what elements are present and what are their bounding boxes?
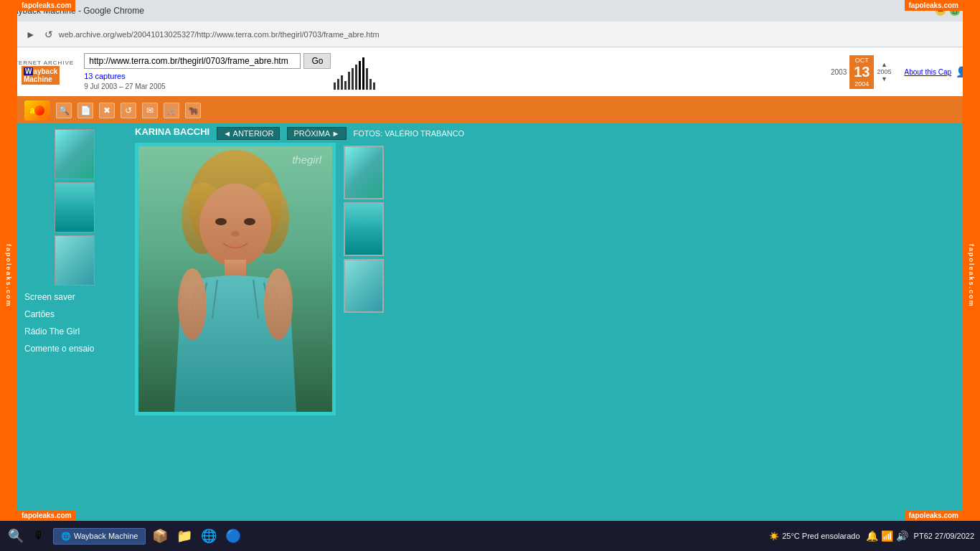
toolbar-icon-2[interactable]: 📄 — [77, 103, 93, 118]
thumb-photo-1[interactable] — [344, 146, 384, 199]
sidebar-item-comente[interactable]: Comente o ensaio — [17, 340, 132, 357]
svg-rect-7 — [359, 61, 361, 90]
left-ad-text: fapoleaks.com — [5, 244, 12, 308]
main-photo-frame: thegirl — [135, 143, 336, 415]
tray-icon-3[interactable]: 🔊 — [896, 530, 908, 542]
calendar-area — [334, 50, 828, 93]
photo-header-row: KARINA BACCHI ◄ ANTERIOR PRÓXIMA ► FOTOS… — [135, 126, 960, 140]
orange-toolbar: a 🔍 📄 ✖ ↺ ✉ 🛒 🐂 — [17, 98, 963, 123]
taskbar-icon-1[interactable]: 📦 — [150, 526, 170, 546]
year-navigation: 2003 OCT 13 2004 ▲ 2005 ▼ — [828, 50, 895, 93]
wayback-banner: INTERNET ARCHIVE WaybackMachine Go 13 ca… — [0, 47, 980, 98]
captures-row: 13 captures — [84, 71, 331, 81]
tray-icon-1[interactable]: 🔔 — [866, 530, 878, 542]
taskbar: 🔍 🎙 🌐 Wayback Machine 📦 📁 🌐 🔵 ☀️ 25°C Pr… — [0, 521, 980, 551]
right-side-ad[interactable]: fapoleaks.com — [963, 0, 980, 551]
toolbar-icon-3[interactable]: ✖ — [99, 103, 115, 118]
taskbar-icon-3[interactable]: 🌐 — [199, 526, 219, 546]
active-window-label: Wayback Machine — [74, 532, 138, 540]
svg-rect-3 — [344, 81, 347, 90]
clock-display: PT62 27/09/2022 — [914, 532, 974, 540]
url-display: web.archive.org/web/20041013025327/http:… — [59, 30, 380, 39]
sidebar-thumb-2[interactable] — [55, 182, 95, 232]
sidebar-item-cartoes[interactable]: Cartões — [17, 306, 132, 323]
svg-rect-6 — [355, 65, 357, 90]
right-ad-text: fapoleaks.com — [968, 244, 975, 308]
svg-rect-10 — [369, 79, 372, 90]
site-logo: a — [24, 100, 50, 121]
corner-ad-bottom-left[interactable]: fapoleaks.com — [17, 510, 75, 521]
start-search-icon[interactable]: 🔍 — [6, 526, 26, 546]
thumb-photo-2[interactable] — [344, 202, 384, 256]
current-date-display: OCT 13 2004 — [849, 55, 874, 89]
year-2005-col: ▲ 2005 ▼ — [874, 60, 894, 84]
wayback-url-section: Go 13 captures 9 Jul 2003 – 27 Mar 2005 — [81, 50, 334, 93]
corner-ad-top-right[interactable]: fapoleaks.com — [905, 0, 963, 11]
sidebar-item-radio[interactable]: Rádio The Girl — [17, 323, 132, 340]
svg-point-17 — [215, 218, 227, 225]
svg-rect-11 — [373, 83, 375, 90]
svg-rect-9 — [366, 68, 368, 90]
logo-icon — [34, 105, 44, 116]
taskbar-icon-4[interactable]: 🔵 — [223, 526, 243, 546]
model-photo-svg — [138, 146, 332, 412]
calendar-chart — [334, 54, 621, 90]
svg-rect-0 — [334, 83, 336, 90]
tray-icon-2[interactable]: 📶 — [881, 530, 893, 542]
sidebar-thumb-3[interactable] — [55, 235, 95, 286]
toolbar-icon-4[interactable]: ↺ — [121, 103, 136, 118]
sidebar-thumb-1[interactable] — [55, 129, 95, 179]
reload-button[interactable]: ↺ — [42, 26, 56, 43]
main-content-area: KARINA BACCHI ◄ ANTERIOR PRÓXIMA ► FOTOS… — [132, 123, 963, 529]
wayback-url-input[interactable] — [84, 53, 301, 69]
title-bar: Wayback Machine - Google Chrome ─ □ ✕ — [0, 0, 980, 22]
start-area: 🔍 🎙 — [6, 526, 49, 546]
svg-rect-1 — [337, 79, 339, 90]
thumb-photo-3[interactable] — [344, 259, 384, 313]
toolbar-icon-7[interactable]: 🐂 — [185, 103, 201, 118]
taskbar-right: ☀️ 25°C Pred ensolarado 🔔 📶 🔊 PT62 27/09… — [769, 530, 974, 542]
year-2003: 2003 — [828, 67, 849, 77]
go-button[interactable]: Go — [303, 53, 331, 69]
left-side-ad[interactable]: fapoleaks.com — [0, 0, 17, 551]
year-2005-label: 2005 — [877, 68, 891, 75]
sidebar-item-screen-saver[interactable]: Screen saver — [17, 288, 132, 306]
next-photo-button[interactable]: PRÓXIMA ► — [287, 127, 346, 140]
toolbar-icon-5[interactable]: ✉ — [142, 103, 158, 118]
toolbar-icon-6[interactable]: 🛒 — [164, 103, 179, 118]
nav-bar: ◄ ► ↺ web.archive.org/web/20041013025327… — [0, 22, 980, 47]
svg-point-16 — [199, 184, 271, 267]
prev-photo-button[interactable]: ◄ ANTERIOR — [217, 127, 280, 140]
year-2005-nav-arrow-down: ▼ — [881, 75, 887, 83]
current-day: 13 — [854, 64, 870, 80]
taskbar-cortana-icon[interactable]: 🎙 — [29, 526, 49, 546]
active-window-icon: 🌐 — [61, 532, 71, 541]
photo-watermark: thegirl — [292, 154, 321, 166]
model-name: KARINA BACCHI — [135, 126, 209, 137]
svg-point-19 — [231, 231, 240, 237]
year-2004-label: 2004 — [854, 80, 869, 88]
main-layout: Screen saver Cartões Rádio The Girl Come… — [17, 123, 963, 529]
weather-text: 25°C Pred ensolarado — [782, 532, 859, 540]
svg-point-27 — [178, 268, 207, 340]
browser-chrome: Wayback Machine - Google Chrome ─ □ ✕ ◄ … — [0, 0, 980, 98]
corner-ad-top-left[interactable]: fapoleaks.com — [17, 0, 75, 11]
year-2005-nav-arrow-up: ▲ — [881, 61, 887, 68]
photo-credits: FOTOS: VALÉRIO TRABANCO — [354, 129, 465, 138]
left-sidebar: Screen saver Cartões Rádio The Girl Come… — [17, 123, 132, 529]
photo-and-thumbs: thegirl — [135, 143, 960, 415]
photo-thumb-sidebar — [339, 143, 389, 415]
svg-rect-2 — [341, 75, 343, 90]
system-tray: 🔔 📶 🔊 — [866, 530, 908, 542]
active-window-btn[interactable]: 🌐 Wayback Machine — [53, 528, 146, 545]
about-cap-link[interactable]: About this Cap — [900, 68, 956, 76]
corner-ad-bottom-right[interactable]: fapoleaks.com — [905, 510, 963, 521]
captures-link[interactable]: 13 captures — [84, 72, 125, 80]
browser-title: Wayback Machine - Google Chrome — [6, 6, 936, 16]
toolbar-icon-1[interactable]: 🔍 — [56, 103, 72, 118]
forward-button[interactable]: ► — [23, 26, 39, 43]
taskbar-icon-2[interactable]: 📁 — [174, 526, 194, 546]
svg-point-28 — [264, 268, 293, 340]
wayback-logo: WaybackMachine — [22, 66, 60, 85]
svg-rect-8 — [362, 57, 364, 90]
